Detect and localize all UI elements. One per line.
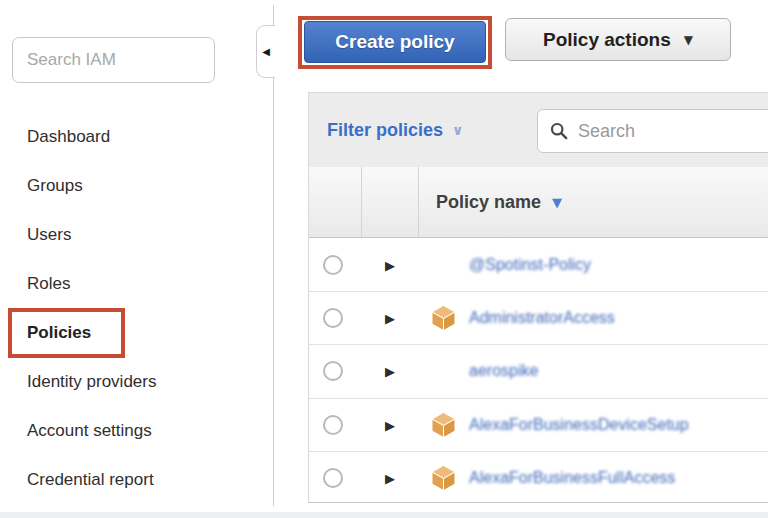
table-row: ▶ AdministratorAccess	[309, 291, 768, 344]
iam-console-page: Dashboard Groups Users Roles Policies Id…	[0, 0, 768, 518]
policies-panel: Filter policies ∨ Policy name ▼	[308, 92, 768, 503]
sidebar-item-account-settings[interactable]: Account settings	[27, 406, 156, 455]
policy-icon	[431, 305, 456, 332]
search-icon	[550, 122, 568, 140]
create-policy-button[interactable]: Create policy	[304, 21, 486, 63]
expand-row-icon[interactable]: ▶	[385, 365, 395, 378]
sidebar-item-users[interactable]: Users	[27, 210, 156, 259]
expand-row-icon[interactable]: ▶	[385, 258, 395, 271]
policy-name-link[interactable]: AdministratorAccess	[469, 309, 615, 327]
page-footer-strip	[0, 512, 768, 518]
policy-search-input[interactable]	[576, 120, 768, 143]
expand-row-icon[interactable]: ▶	[385, 418, 395, 431]
table-row: ▶ AlexaForBusinessDeviceSetup	[309, 398, 768, 451]
sidebar-collapse-handle[interactable]: ◀	[256, 25, 275, 78]
table-row: ▶ @Spotinst-Policy	[309, 238, 768, 291]
sidebar-item-policies[interactable]: Policies	[27, 308, 156, 357]
table-header: Policy name ▼	[309, 167, 768, 238]
row-radio-button[interactable]	[323, 255, 343, 275]
chevron-down-icon: ▼	[684, 33, 693, 47]
column-divider	[361, 167, 362, 237]
sidebar-item-identity-providers[interactable]: Identity providers	[27, 357, 156, 406]
policy-name-link[interactable]: AlexaForBusinessDeviceSetup	[469, 416, 689, 434]
sidebar-item-groups[interactable]: Groups	[27, 161, 156, 210]
policy-icon	[431, 464, 456, 491]
table-row: ▶ aerospike	[309, 344, 768, 397]
filter-policies-dropdown[interactable]: Filter policies ∨	[327, 120, 463, 141]
policy-search-box[interactable]	[537, 109, 768, 153]
policy-actions-button[interactable]: Policy actions ▼	[505, 18, 731, 61]
policy-name-link[interactable]: aerospike	[469, 362, 538, 380]
chevron-down-icon: ∨	[452, 122, 463, 138]
sidebar-item-roles[interactable]: Roles	[27, 259, 156, 308]
row-radio-button[interactable]	[323, 468, 343, 488]
row-radio-button[interactable]	[323, 361, 343, 381]
table-row: ▶ AlexaForBusinessFullAccess	[309, 451, 768, 503]
policy-name-header-label: Policy name	[436, 192, 541, 213]
policy-name-column-header[interactable]: Policy name ▼	[436, 167, 562, 237]
sidebar-item-credential-report[interactable]: Credential report	[27, 455, 156, 504]
row-radio-button[interactable]	[323, 308, 343, 328]
policy-name-link[interactable]: @Spotinst-Policy	[469, 256, 591, 274]
filter-policies-label: Filter policies	[327, 120, 443, 141]
sort-caret-icon: ▼	[552, 195, 562, 210]
sidebar-item-dashboard[interactable]: Dashboard	[27, 112, 156, 161]
policy-rows: ▶ @Spotinst-Policy ▶ AdministratorAccess	[309, 238, 768, 503]
row-radio-button[interactable]	[323, 415, 343, 435]
expand-row-icon[interactable]: ▶	[385, 471, 395, 484]
policy-actions-label: Policy actions	[543, 29, 671, 51]
expand-row-icon[interactable]: ▶	[385, 312, 395, 325]
policy-name-link[interactable]: AlexaForBusinessFullAccess	[469, 469, 675, 487]
column-divider	[418, 167, 419, 237]
policy-icon	[431, 411, 456, 438]
collapse-sidebar-icon: ◀	[262, 46, 270, 57]
sidebar-divider	[273, 5, 274, 506]
filter-bar: Filter policies ∨	[309, 93, 768, 167]
search-iam-input[interactable]	[12, 37, 215, 83]
sidebar-nav: Dashboard Groups Users Roles Policies Id…	[27, 112, 156, 504]
